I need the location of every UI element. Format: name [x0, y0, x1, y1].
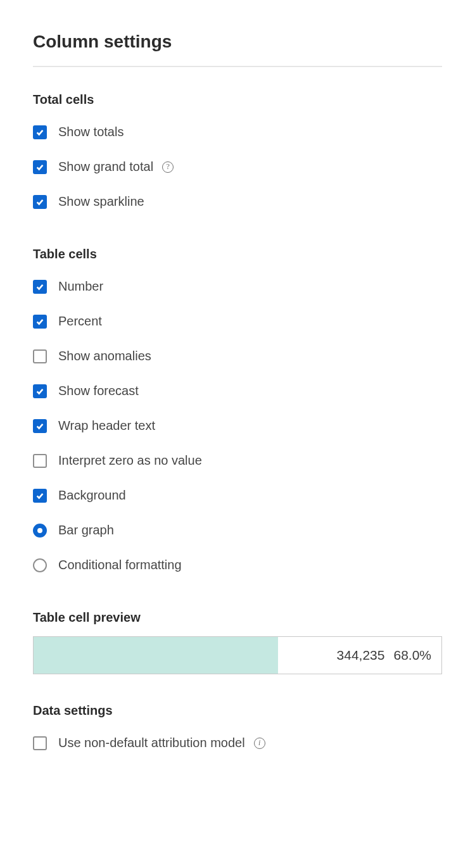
checkbox-non-default-attribution[interactable]	[33, 736, 47, 750]
label-number: Number	[58, 279, 103, 294]
label-non-default-attribution: Use non-default attribution model	[58, 736, 245, 750]
checkbox-show-totals[interactable]	[33, 125, 47, 139]
preview-bar	[34, 637, 278, 674]
preview-percent: 68.0%	[393, 648, 431, 663]
section-heading-table-cells: Table cells	[33, 247, 442, 261]
label-show-sparkline: Show sparkline	[58, 194, 144, 209]
checkbox-show-grand-total[interactable]	[33, 160, 47, 174]
checkbox-interpret-zero[interactable]	[33, 454, 47, 468]
label-conditional-formatting: Conditional formatting	[58, 558, 182, 572]
option-show-forecast[interactable]: Show forecast	[33, 384, 442, 398]
panel-title: Column settings	[33, 32, 442, 52]
radio-conditional-formatting[interactable]	[33, 558, 47, 572]
section-heading-total-cells: Total cells	[33, 92, 442, 107]
option-percent[interactable]: Percent	[33, 314, 442, 329]
table-cell-preview: 344,235 68.0%	[33, 636, 442, 674]
check-icon	[35, 163, 44, 172]
checkbox-number[interactable]	[33, 280, 47, 294]
option-bar-graph[interactable]: Bar graph	[33, 523, 442, 538]
option-show-totals[interactable]: Show totals	[33, 125, 442, 139]
section-heading-data-settings: Data settings	[33, 703, 442, 718]
check-icon	[35, 387, 44, 396]
checkbox-background[interactable]	[33, 489, 47, 503]
option-show-grand-total[interactable]: Show grand total	[33, 160, 442, 174]
option-background[interactable]: Background	[33, 488, 442, 503]
info-icon[interactable]	[254, 738, 265, 749]
checkbox-show-anomalies[interactable]	[33, 349, 47, 363]
label-wrap-header-text: Wrap header text	[58, 418, 155, 433]
radio-bar-graph[interactable]	[33, 524, 47, 538]
checkbox-percent[interactable]	[33, 315, 47, 329]
option-show-sparkline[interactable]: Show sparkline	[33, 194, 442, 209]
checkbox-show-forecast[interactable]	[33, 384, 47, 398]
label-interpret-zero: Interpret zero as no value	[58, 453, 202, 468]
option-conditional-formatting[interactable]: Conditional formatting	[33, 558, 442, 572]
check-icon	[35, 282, 44, 291]
option-interpret-zero[interactable]: Interpret zero as no value	[33, 453, 442, 468]
option-number[interactable]: Number	[33, 279, 442, 294]
label-bar-graph: Bar graph	[58, 523, 114, 538]
label-show-grand-total: Show grand total	[58, 160, 153, 174]
option-non-default-attribution[interactable]: Use non-default attribution model	[33, 736, 442, 750]
checkbox-show-sparkline[interactable]	[33, 195, 47, 209]
preview-value: 344,235	[337, 648, 385, 663]
divider	[33, 66, 442, 67]
help-icon[interactable]	[162, 161, 174, 173]
check-icon	[35, 491, 44, 500]
check-icon	[35, 422, 44, 431]
label-percent: Percent	[58, 314, 102, 329]
label-show-totals: Show totals	[58, 125, 124, 139]
checkbox-wrap-header-text[interactable]	[33, 419, 47, 433]
label-background: Background	[58, 488, 126, 503]
label-show-forecast: Show forecast	[58, 384, 139, 398]
check-icon	[35, 128, 44, 137]
check-icon	[35, 198, 44, 206]
check-icon	[35, 317, 44, 326]
label-show-anomalies: Show anomalies	[58, 349, 151, 363]
section-heading-preview: Table cell preview	[33, 610, 442, 625]
option-wrap-header-text[interactable]: Wrap header text	[33, 418, 442, 433]
option-show-anomalies[interactable]: Show anomalies	[33, 349, 442, 363]
